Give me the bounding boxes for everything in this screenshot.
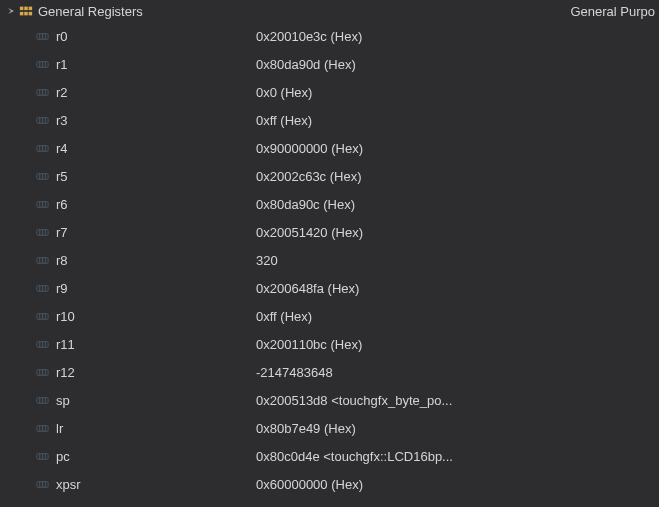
register-row[interactable]: r5 0x2002c63c (Hex) — [0, 162, 659, 190]
svg-rect-5 — [29, 12, 33, 16]
register-name: r12 — [56, 365, 256, 380]
register-row[interactable]: pc 0x80c0d4e <touchgfx::LCD16bp... — [0, 442, 659, 470]
register-row[interactable]: r3 0xff (Hex) — [0, 106, 659, 134]
registers-list: r0 0x20010e3c (Hex) r1 0x80da90d (Hex) r… — [0, 22, 659, 498]
register-value: 0x20051420 (Hex) — [256, 225, 363, 240]
register-icon — [34, 392, 50, 408]
register-icon — [34, 56, 50, 72]
register-value: 0x80c0d4e <touchgfx::LCD16bp... — [256, 449, 453, 464]
register-value: 0x200513d8 <touchgfx_byte_po... — [256, 393, 452, 408]
register-icon — [34, 168, 50, 184]
register-name: r2 — [56, 85, 256, 100]
register-row[interactable]: r9 0x200648fa (Hex) — [0, 274, 659, 302]
register-icon — [34, 448, 50, 464]
register-icon — [34, 28, 50, 44]
register-value: 0x200110bc (Hex) — [256, 337, 362, 352]
register-icon — [34, 224, 50, 240]
group-header-right-label: General Purpo — [570, 4, 659, 19]
register-value: -2147483648 — [256, 365, 333, 380]
register-value: 0x60000000 (Hex) — [256, 477, 363, 492]
registers-group-icon — [18, 3, 34, 19]
register-icon — [34, 280, 50, 296]
svg-rect-4 — [24, 12, 28, 16]
register-icon — [34, 336, 50, 352]
register-value: 0x2002c63c (Hex) — [256, 169, 362, 184]
register-name: r7 — [56, 225, 256, 240]
register-row[interactable]: lr 0x80b7e49 (Hex) — [0, 414, 659, 442]
register-icon — [34, 420, 50, 436]
register-value: 320 — [256, 253, 278, 268]
register-row[interactable]: sp 0x200513d8 <touchgfx_byte_po... — [0, 386, 659, 414]
register-row[interactable]: r7 0x20051420 (Hex) — [0, 218, 659, 246]
register-name: r5 — [56, 169, 256, 184]
expand-arrow-icon[interactable] — [6, 6, 16, 16]
register-row[interactable]: r12 -2147483648 — [0, 358, 659, 386]
svg-rect-2 — [29, 7, 33, 11]
register-value: 0x80da90d (Hex) — [256, 57, 356, 72]
register-value: 0x0 (Hex) — [256, 85, 312, 100]
svg-rect-1 — [24, 7, 28, 11]
svg-rect-0 — [20, 7, 24, 11]
register-value: 0x20010e3c (Hex) — [256, 29, 362, 44]
register-value: 0xff (Hex) — [256, 309, 312, 324]
register-name: r11 — [56, 337, 256, 352]
register-row[interactable]: r11 0x200110bc (Hex) — [0, 330, 659, 358]
register-name: lr — [56, 421, 256, 436]
register-value: 0x90000000 (Hex) — [256, 141, 363, 156]
register-value: 0x80da90c (Hex) — [256, 197, 355, 212]
register-icon — [34, 252, 50, 268]
register-name: r6 — [56, 197, 256, 212]
register-value: 0x200648fa (Hex) — [256, 281, 359, 296]
svg-rect-3 — [20, 12, 24, 16]
register-row[interactable]: r6 0x80da90c (Hex) — [0, 190, 659, 218]
register-row[interactable]: r10 0xff (Hex) — [0, 302, 659, 330]
register-name: r3 — [56, 113, 256, 128]
register-row[interactable]: xpsr 0x60000000 (Hex) — [0, 470, 659, 498]
register-icon — [34, 140, 50, 156]
register-row[interactable]: r0 0x20010e3c (Hex) — [0, 22, 659, 50]
register-icon — [34, 308, 50, 324]
registers-panel: General Registers General Purpo r0 0x200… — [0, 0, 659, 507]
register-name: r8 — [56, 253, 256, 268]
register-name: r1 — [56, 57, 256, 72]
register-name: r10 — [56, 309, 256, 324]
register-icon — [34, 364, 50, 380]
register-name: r9 — [56, 281, 256, 296]
register-name: pc — [56, 449, 256, 464]
group-header-label: General Registers — [38, 4, 143, 19]
register-row[interactable]: r4 0x90000000 (Hex) — [0, 134, 659, 162]
register-icon — [34, 196, 50, 212]
register-value: 0x80b7e49 (Hex) — [256, 421, 356, 436]
register-name: sp — [56, 393, 256, 408]
register-name: xpsr — [56, 477, 256, 492]
register-icon — [34, 84, 50, 100]
register-row[interactable]: r8 320 — [0, 246, 659, 274]
register-name: r4 — [56, 141, 256, 156]
register-name: r0 — [56, 29, 256, 44]
register-row[interactable]: r1 0x80da90d (Hex) — [0, 50, 659, 78]
register-icon — [34, 112, 50, 128]
group-header-row[interactable]: General Registers General Purpo — [0, 0, 659, 22]
register-row[interactable]: r2 0x0 (Hex) — [0, 78, 659, 106]
register-value: 0xff (Hex) — [256, 113, 312, 128]
register-icon — [34, 476, 50, 492]
